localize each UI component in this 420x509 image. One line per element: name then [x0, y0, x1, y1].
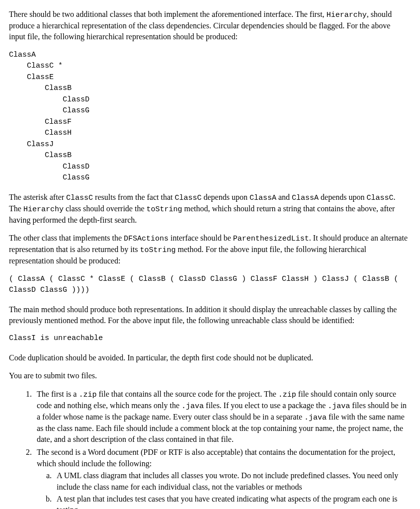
code-tostring: toString — [140, 246, 175, 254]
paragraph-code-duplication: Code duplication should be avoided. In p… — [9, 352, 408, 363]
code-java: .java — [304, 414, 327, 422]
code-java: .java — [328, 402, 350, 411]
code-hierarchy: Hierarchy — [327, 11, 367, 19]
code-zip: .zip — [79, 391, 96, 399]
list-item: The second is a Word document (PDF or RT… — [34, 447, 408, 509]
text: files. If you elect to use a package the — [204, 401, 328, 410]
code-classa: ClassA — [250, 194, 276, 202]
submission-list: The first is a .zip file that contains a… — [9, 389, 408, 509]
code-classc: ClassC — [66, 194, 93, 202]
code-zip: .zip — [278, 391, 296, 399]
text: interface should be — [168, 234, 233, 242]
paragraph-main-method: The main method should produce both repr… — [9, 304, 408, 327]
list-item: A UML class diagram that includes all cl… — [54, 470, 408, 493]
text: The first is a — [37, 390, 79, 398]
text: The asterisk after — [9, 193, 66, 201]
text: There should be two additional classes t… — [9, 10, 327, 18]
code-block-unreachable: ClassI is unreachable — [9, 333, 408, 344]
list-item: A test plan that includes test cases tha… — [54, 494, 408, 509]
paragraph-parenthesized-list: The other class that implements the DFSA… — [9, 233, 408, 266]
submission-sublist: A UML class diagram that includes all cl… — [37, 470, 408, 509]
paragraph-asterisk-explanation: The asterisk after ClassC results from t… — [9, 192, 408, 226]
paragraph-intro: There should be two additional classes t… — [9, 9, 408, 43]
code-dfsactions: DFSActions — [124, 235, 168, 243]
text: The other class that implements the — [9, 234, 124, 242]
code-parenthesizedlist: ParenthesizedList — [233, 235, 309, 243]
code-java: .java — [181, 402, 204, 411]
text: results from the fact that — [93, 193, 174, 201]
text: depends upon — [319, 193, 366, 201]
code-hierarchy: Hierarchy — [23, 205, 64, 214]
code-block-parenthesized-output: ( ClassA ( ClassC * ClassE ( ClassB ( Cl… — [9, 274, 408, 296]
text: class should override the — [64, 204, 147, 213]
text: depends upon — [201, 193, 249, 201]
code-classa: ClassA — [292, 194, 319, 202]
paragraph-submit-files: You are to submit two files. — [9, 370, 408, 381]
text: file that contains all the source code f… — [96, 390, 278, 398]
code-classc: ClassC — [367, 194, 394, 202]
text: The second is a Word document (PDF or RT… — [37, 448, 395, 467]
code-classc: ClassC — [174, 194, 201, 202]
code-block-hierarchy-output: ClassA ClassC * ClassE ClassB ClassD Cla… — [9, 50, 408, 184]
code-tostring: toString — [147, 205, 182, 214]
text: and — [276, 193, 292, 201]
list-item: The first is a .zip file that contains a… — [34, 389, 408, 445]
